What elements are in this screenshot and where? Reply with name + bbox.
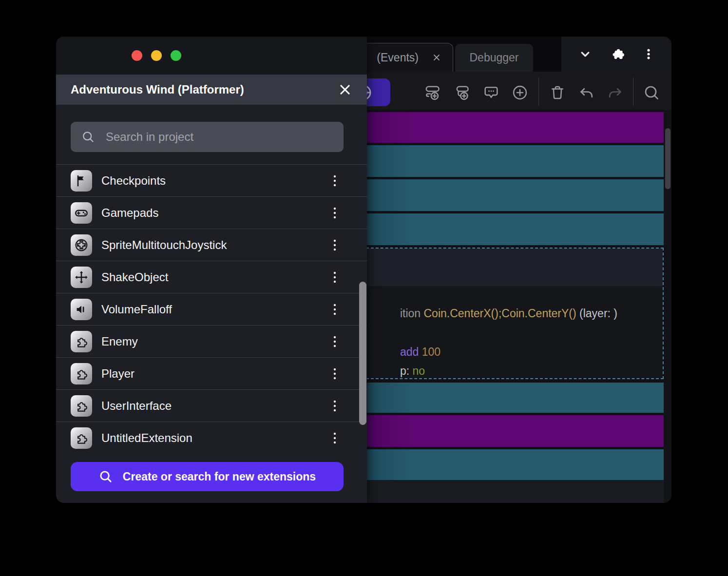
redo-icon bbox=[606, 84, 624, 101]
toolbar-divider bbox=[538, 77, 539, 106]
tab-debugger-label: Debugger bbox=[469, 51, 518, 64]
list-item-label: SpriteMultitouchJoystick bbox=[101, 238, 344, 252]
event-row[interactable] bbox=[367, 112, 664, 143]
create-extension-button[interactable]: Create or search for new extensions bbox=[71, 462, 344, 491]
delete-button[interactable] bbox=[549, 84, 566, 101]
search-icon bbox=[643, 84, 660, 101]
list-item-label: ShakeObject bbox=[101, 270, 344, 284]
event-row[interactable] bbox=[367, 449, 664, 480]
puzzle-icon bbox=[71, 363, 92, 384]
list-item-user-interface[interactable]: UserInterface bbox=[56, 389, 367, 422]
event-row[interactable] bbox=[367, 383, 664, 413]
item-kebab-icon[interactable] bbox=[331, 303, 339, 316]
puzzle-icon bbox=[71, 395, 92, 417]
tab-close-icon[interactable] bbox=[431, 52, 442, 63]
close-icon[interactable] bbox=[338, 82, 352, 97]
list-item-label: Gamepads bbox=[101, 206, 344, 220]
trash-icon bbox=[549, 84, 566, 101]
add-other-button[interactable] bbox=[511, 84, 529, 101]
project-manager-panel: Adventurous Wind (Platformer) Checkpoint… bbox=[56, 37, 367, 503]
item-kebab-icon[interactable] bbox=[331, 335, 339, 348]
add-event-icon bbox=[424, 84, 441, 101]
comment-bubble-icon bbox=[482, 84, 500, 101]
event-row[interactable] bbox=[367, 213, 664, 245]
puzzle-icon bbox=[71, 427, 92, 449]
window-controls bbox=[561, 37, 671, 72]
toolbar-divider bbox=[633, 77, 633, 106]
puzzle-icon bbox=[71, 331, 92, 352]
move-arrows-icon bbox=[71, 267, 92, 288]
panel-scrollbar-thumb[interactable] bbox=[359, 282, 366, 425]
list-item-volume-falloff[interactable]: VolumeFalloff bbox=[56, 293, 367, 325]
list-item-gamepads[interactable]: Gamepads bbox=[56, 196, 367, 229]
action-line-position[interactable]: ition Coin.CenterX();Coin.CenterY() (lay… bbox=[369, 294, 617, 333]
gamepad-icon bbox=[71, 202, 92, 224]
traffic-light-zoom[interactable] bbox=[171, 50, 181, 61]
circle-plus-icon bbox=[511, 84, 529, 101]
undo-button[interactable] bbox=[578, 84, 595, 101]
list-item-checkpoints[interactable]: Checkpoints bbox=[56, 164, 367, 196]
search-input[interactable] bbox=[105, 130, 333, 144]
list-item-enemy[interactable]: Enemy bbox=[56, 325, 367, 357]
add-comment-button[interactable] bbox=[482, 84, 500, 101]
event-row[interactable] bbox=[367, 145, 664, 177]
extensions-puzzle-icon[interactable] bbox=[609, 46, 626, 62]
redo-button[interactable] bbox=[606, 84, 624, 101]
project-search-box[interactable] bbox=[71, 122, 344, 152]
event-row-selected[interactable]: ition Coin.CenterX();Coin.CenterY() (lay… bbox=[366, 248, 664, 379]
event-actions-area[interactable]: ition Coin.CenterX();Coin.CenterY() (lay… bbox=[367, 286, 663, 378]
panel-header: Adventurous Wind (Platformer) bbox=[56, 75, 367, 105]
events-sheet-footer bbox=[367, 480, 664, 503]
list-item-label: UntitledExtension bbox=[101, 431, 344, 445]
list-item-label: Checkpoints bbox=[101, 174, 344, 188]
item-kebab-icon[interactable] bbox=[331, 271, 339, 284]
traffic-light-close[interactable] bbox=[132, 50, 142, 61]
app-window: (Events) Debugger bbox=[56, 37, 671, 503]
tab-debugger[interactable]: Debugger bbox=[455, 44, 533, 72]
chevron-down-icon[interactable] bbox=[578, 47, 593, 61]
add-subevent-button[interactable] bbox=[453, 84, 471, 101]
event-conditions-area[interactable] bbox=[367, 249, 663, 286]
item-kebab-icon[interactable] bbox=[331, 367, 339, 380]
list-item-label: UserInterface bbox=[101, 399, 344, 413]
list-item-shake-object[interactable]: ShakeObject bbox=[56, 261, 367, 293]
item-kebab-icon[interactable] bbox=[331, 174, 339, 187]
search-icon bbox=[81, 130, 95, 144]
search-icon bbox=[98, 469, 113, 484]
event-row[interactable] bbox=[367, 415, 664, 447]
list-item-label: Player bbox=[101, 367, 344, 381]
item-kebab-icon[interactable] bbox=[331, 207, 339, 219]
flag-icon bbox=[71, 170, 92, 192]
list-item-sprite-multitouch-joystick[interactable]: SpriteMultitouchJoystick bbox=[56, 229, 367, 261]
list-item-untitled-extension[interactable]: UntitledExtension bbox=[56, 422, 367, 454]
add-event-button[interactable] bbox=[424, 84, 441, 101]
kebab-menu-icon[interactable] bbox=[642, 48, 655, 60]
undo-icon bbox=[578, 84, 595, 101]
search-events-button[interactable] bbox=[643, 84, 660, 101]
item-kebab-icon[interactable] bbox=[331, 239, 339, 251]
joystick-icon bbox=[71, 234, 92, 256]
events-scrollbar-thumb[interactable] bbox=[665, 128, 671, 189]
item-kebab-icon[interactable] bbox=[331, 400, 339, 412]
list-item-label: Enemy bbox=[101, 335, 344, 348]
panel-titlebar bbox=[56, 37, 367, 75]
create-extension-label: Create or search for new extensions bbox=[123, 470, 316, 483]
speaker-icon bbox=[71, 299, 92, 320]
tab-events-label: (Events) bbox=[377, 51, 419, 64]
add-subevent-icon bbox=[453, 84, 471, 101]
list-item-player[interactable]: Player bbox=[56, 357, 367, 389]
screen: (Events) Debugger bbox=[0, 0, 728, 576]
event-row[interactable] bbox=[367, 179, 664, 211]
item-kebab-icon[interactable] bbox=[331, 432, 339, 444]
panel-title: Adventurous Wind (Platformer) bbox=[71, 83, 244, 96]
traffic-light-minimize[interactable] bbox=[151, 50, 162, 61]
list-item-label: VolumeFalloff bbox=[101, 303, 344, 316]
